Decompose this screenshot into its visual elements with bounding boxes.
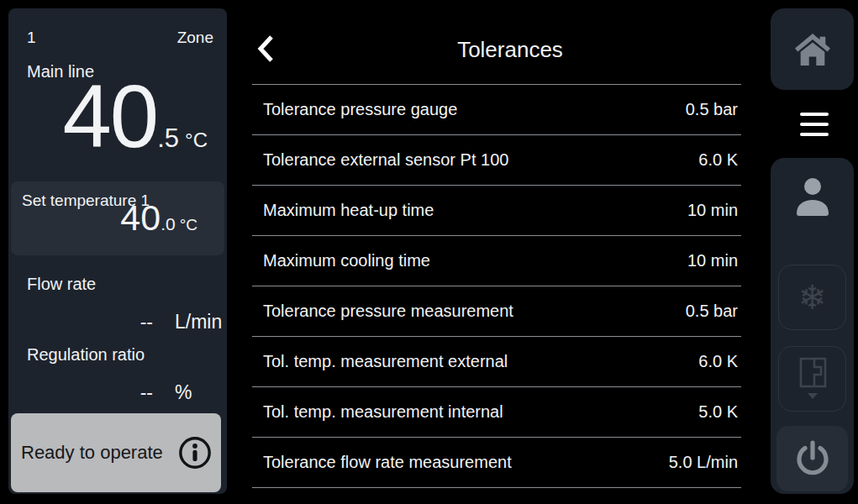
tolerance-row-value: 5.0 K	[698, 402, 738, 422]
tolerance-row-label: Tolerance pressure measurement	[263, 302, 513, 321]
tolerance-row-value: 0.5 bar	[686, 100, 738, 119]
regulation-ratio-label: Regulation ratio	[27, 345, 145, 365]
flow-rate-unit: L/min	[175, 312, 224, 332]
sidebar-item-user[interactable]	[793, 176, 832, 218]
tolerance-row-label: Tolerance flow rate measurement	[263, 453, 512, 472]
tolerance-row-value: 5.0 L/min	[669, 453, 738, 472]
tolerance-row[interactable]: Tol. temp. measurement external 6.0 K	[252, 337, 741, 387]
sidebar-lower-section: ❄	[771, 158, 854, 494]
flow-rate-readout: -- L/min	[8, 312, 224, 332]
regulation-ratio-value: --	[140, 383, 153, 402]
tolerance-row[interactable]: Maximum heat-up time 10 min	[252, 186, 741, 236]
sidebar-item-home[interactable]	[771, 8, 854, 90]
tolerance-row-label: Tol. temp. measurement internal	[263, 402, 503, 422]
regulation-ratio-unit: %	[175, 383, 224, 402]
regulation-ratio-readout: -- %	[8, 383, 224, 402]
tolerance-row-label: Tolerance external sensor Pt 100	[263, 150, 508, 170]
main-temp-decimal: .5	[157, 123, 179, 153]
main-temp-unit: °C	[185, 129, 208, 151]
power-icon	[794, 440, 831, 477]
flow-rate-label: Flow rate	[27, 275, 96, 294]
main-temp-integer: 40	[62, 67, 157, 165]
tolerance-row[interactable]: Tol. temp. measurement internal 5.0 K	[252, 387, 741, 438]
zone-number: 1	[27, 29, 36, 47]
set-temp-unit: °C	[180, 216, 197, 234]
tolerance-row-label: Maximum heat-up time	[263, 201, 434, 220]
mold-icon	[794, 356, 831, 402]
status-button[interactable]: Ready to operate	[11, 413, 221, 492]
tolerance-row-value: 6.0 K	[698, 352, 738, 371]
tolerance-row-label: Maximum cooling time	[263, 251, 430, 270]
set-temperature-card[interactable]: Set temperature 1 40.0°C	[11, 181, 224, 255]
tolerance-row[interactable]: Tolerance external sensor Pt 100 6.0 K	[252, 135, 741, 186]
snowflake-icon: ❄	[798, 281, 827, 314]
tolerance-row-label: Tol. temp. measurement external	[263, 352, 508, 371]
tolerance-row-value: 6.0 K	[698, 150, 738, 170]
tolerance-row[interactable]: Tolerance pressure measurement 0.5 bar	[252, 286, 741, 337]
status-label: Ready to operate	[21, 442, 163, 464]
tolerance-list: Tolerance pressure gauge 0.5 bar Toleran…	[252, 85, 741, 488]
tolerance-row[interactable]: Tolerance flow rate measurement 5.0 L/mi…	[252, 438, 741, 488]
tolerance-row-label: Tolerance pressure gauge	[263, 100, 457, 119]
sidebar-item-cooling[interactable]: ❄	[778, 265, 846, 330]
tolerance-row-value: 10 min	[687, 251, 738, 270]
tolerance-row[interactable]: Maximum cooling time 10 min	[252, 236, 741, 286]
main-temperature-readout: 40.5°C	[8, 72, 208, 160]
tolerance-row-value: 0.5 bar	[686, 302, 738, 321]
zone-header: 1 Zone	[27, 29, 213, 47]
sidebar-item-power[interactable]	[776, 426, 848, 491]
home-icon	[793, 32, 832, 67]
info-icon	[177, 435, 213, 470]
sidebar-item-menu-active[interactable]	[771, 90, 858, 158]
set-temp-integer: 40	[120, 197, 161, 238]
tolerance-row-value: 10 min	[687, 201, 738, 220]
zone-panel: 1 Zone Main line 40.5°C Set temperature …	[8, 8, 227, 494]
tolerance-row[interactable]: Tolerance pressure gauge 0.5 bar	[252, 85, 741, 135]
set-temp-decimal: .0	[161, 214, 176, 234]
menu-icon	[800, 113, 829, 136]
flow-rate-value: --	[140, 312, 153, 332]
page-title: Tolerances	[266, 37, 755, 63]
app-screen: 1 Zone Main line 40.5°C Set temperature …	[0, 0, 858, 504]
set-temperature-value: 40.0°C	[120, 200, 197, 236]
sidebar-item-mold[interactable]	[778, 346, 846, 412]
user-icon	[793, 176, 832, 218]
zone-label: Zone	[177, 29, 213, 47]
